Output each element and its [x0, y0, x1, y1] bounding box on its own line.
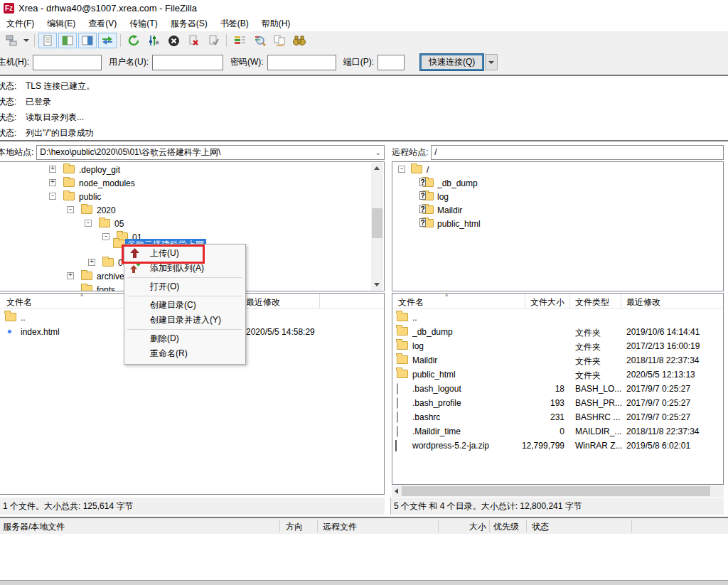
- local-site-combobox[interactable]: D:\hexo\public\2020\05\01\谷歌云搭建科学上网\ ⌄: [36, 145, 385, 160]
- queue-col-direction[interactable]: 方向: [286, 521, 303, 533]
- menu-file[interactable]: 文件(F): [0, 16, 41, 31]
- queue-body[interactable]: [0, 534, 728, 580]
- scroll-left-icon[interactable]: [395, 488, 398, 494]
- column-divider[interactable]: [489, 520, 490, 532]
- queue-col-size[interactable]: 大小: [444, 521, 486, 533]
- tree-item[interactable]: +node_modules: [0, 176, 384, 190]
- column-divider[interactable]: [279, 520, 280, 532]
- toggle-remote-tree-icon[interactable]: [78, 33, 97, 48]
- expander-icon[interactable]: +: [49, 166, 56, 173]
- column-header-modified[interactable]: 最近修改: [626, 296, 660, 308]
- reconnect-icon[interactable]: [204, 33, 223, 48]
- menu-edit[interactable]: 编辑(E): [41, 16, 82, 31]
- context-menu-create-directory-and-enter[interactable]: 创建目录并进入(Y): [124, 313, 245, 328]
- queue-col-server-local-file[interactable]: 服务器/本地文件: [3, 521, 65, 533]
- column-divider[interactable]: [526, 520, 527, 532]
- site-manager-icon[interactable]: [2, 33, 21, 48]
- column-header-modified[interactable]: 最近修改: [246, 296, 280, 308]
- column-divider[interactable]: [569, 294, 570, 308]
- scrollbar-thumb[interactable]: [372, 208, 382, 238]
- file-row[interactable]: public_html 文件夹 2020/5/5 12:13:13: [392, 367, 723, 382]
- password-input[interactable]: [267, 55, 336, 70]
- file-row[interactable]: .bash_logout 18 BASH_LO... 2017/9/7 0:25…: [392, 382, 723, 396]
- sort-asc-icon: ^: [80, 293, 83, 300]
- synchronized-browsing-icon[interactable]: [270, 33, 289, 48]
- file-modified: 2019/10/6 14:14:41: [626, 327, 700, 337]
- file-row[interactable]: .Maildir_time 0 MAILDIR_... 2018/11/8 22…: [392, 424, 723, 439]
- context-menu-rename[interactable]: 重命名(R): [124, 346, 245, 361]
- column-header-name[interactable]: 文件名: [398, 296, 424, 308]
- scrollbar-thumb[interactable]: [402, 486, 710, 496]
- queue-col-priority[interactable]: 优先级: [493, 521, 519, 533]
- directory-comparison-icon[interactable]: [250, 33, 269, 48]
- toggle-transfer-queue-icon[interactable]: [98, 33, 117, 48]
- quickconnect-button[interactable]: 快速连接(Q): [420, 54, 483, 70]
- tree-item[interactable]: -/: [392, 163, 723, 176]
- file-row[interactable]: Maildir 文件夹 2018/11/8 22:37:34: [392, 353, 723, 367]
- separator-line: [0, 140, 728, 141]
- context-menu-open[interactable]: 打开(O): [124, 279, 245, 294]
- menu-view[interactable]: 查看(V): [82, 16, 123, 31]
- file-row[interactable]: .bashrc 231 BASHRC ... 2017/9/7 0:25:27: [392, 410, 723, 424]
- process-queue-icon[interactable]: [144, 33, 163, 48]
- local-tree-scrollbar[interactable]: [371, 163, 383, 290]
- queue-col-status[interactable]: 状态: [532, 521, 549, 533]
- column-header-type[interactable]: 文件类型: [575, 296, 609, 308]
- refresh-icon[interactable]: [124, 33, 143, 48]
- column-header-size[interactable]: 文件大小: [496, 296, 564, 308]
- tree-item[interactable]: ?log: [392, 190, 723, 203]
- column-divider[interactable]: [317, 520, 318, 532]
- column-divider[interactable]: [621, 294, 621, 308]
- column-divider[interactable]: [438, 520, 439, 532]
- tree-item[interactable]: ?_db_dump: [392, 176, 723, 190]
- file-row[interactable]: wordpress-5.2-ja.zip 12,799,799 WinRAR Z…: [392, 439, 723, 453]
- queue-col-remote-file[interactable]: 远程文件: [323, 521, 357, 533]
- expander-icon[interactable]: +: [49, 179, 56, 186]
- file-row[interactable]: log 文件夹 2017/2/13 16:00:19: [392, 339, 723, 353]
- disconnect-icon[interactable]: [184, 33, 203, 48]
- expander-icon[interactable]: -: [398, 166, 405, 173]
- site-manager-dropdown-icon[interactable]: [21, 33, 31, 48]
- scroll-up-icon[interactable]: [374, 166, 380, 170]
- remote-file-list: 文件名 ^ 文件大小 文件类型 最近修改 .. _db_dump 文件夹 201…: [392, 293, 724, 485]
- tree-item[interactable]: -2020: [0, 203, 384, 217]
- find-files-icon[interactable]: [290, 33, 309, 48]
- tree-item[interactable]: -05: [0, 217, 384, 230]
- directory-listing-filters-icon[interactable]: [230, 33, 249, 48]
- expander-icon[interactable]: +: [67, 272, 74, 279]
- menu-bookmarks[interactable]: 书签(B): [214, 16, 255, 31]
- file-row[interactable]: .bash_profile 193 BASH_PR... 2017/9/7 0:…: [392, 396, 723, 410]
- remote-list-scrollbar[interactable]: [392, 485, 724, 497]
- quickconnect-dropdown-icon[interactable]: [485, 54, 498, 70]
- tree-item[interactable]: +.deploy_git: [0, 163, 384, 176]
- expander-icon[interactable]: -: [67, 206, 74, 213]
- port-input[interactable]: [378, 55, 405, 70]
- host-input[interactable]: [33, 55, 102, 70]
- file-type: 文件夹: [575, 341, 601, 353]
- expander-icon[interactable]: +: [88, 259, 95, 266]
- status-message: 读取目录列表...: [26, 112, 84, 122]
- chevron-down-icon[interactable]: ⌄: [375, 149, 381, 156]
- menu-help[interactable]: 帮助(H): [255, 16, 297, 31]
- context-menu-create-directory[interactable]: 创建目录(C): [124, 298, 245, 313]
- menu-server[interactable]: 服务器(S): [164, 16, 214, 31]
- file-row[interactable]: ..: [392, 311, 723, 325]
- username-input[interactable]: [152, 55, 223, 70]
- cancel-icon[interactable]: [164, 33, 183, 48]
- unknown-folder-icon: ?: [419, 191, 426, 200]
- tree-item[interactable]: ?public_html: [392, 217, 723, 230]
- file-row[interactable]: _db_dump 文件夹 2019/10/6 14:14:41: [392, 325, 723, 339]
- expander-icon[interactable]: -: [49, 193, 56, 200]
- tree-item[interactable]: -public: [0, 190, 384, 203]
- toggle-local-tree-icon[interactable]: [58, 33, 77, 48]
- remote-site-combobox[interactable]: /: [431, 145, 724, 160]
- context-menu-delete[interactable]: 删除(D): [124, 331, 245, 346]
- column-header-name[interactable]: 文件名: [6, 296, 32, 308]
- scroll-down-icon[interactable]: [374, 283, 380, 286]
- tree-item[interactable]: ?Maildir: [392, 203, 723, 217]
- column-divider[interactable]: [319, 294, 320, 308]
- column-divider[interactable]: [631, 520, 632, 532]
- toggle-message-log-icon[interactable]: [38, 33, 57, 48]
- menu-transfer[interactable]: 传输(T): [123, 16, 164, 31]
- expander-icon[interactable]: -: [85, 220, 92, 227]
